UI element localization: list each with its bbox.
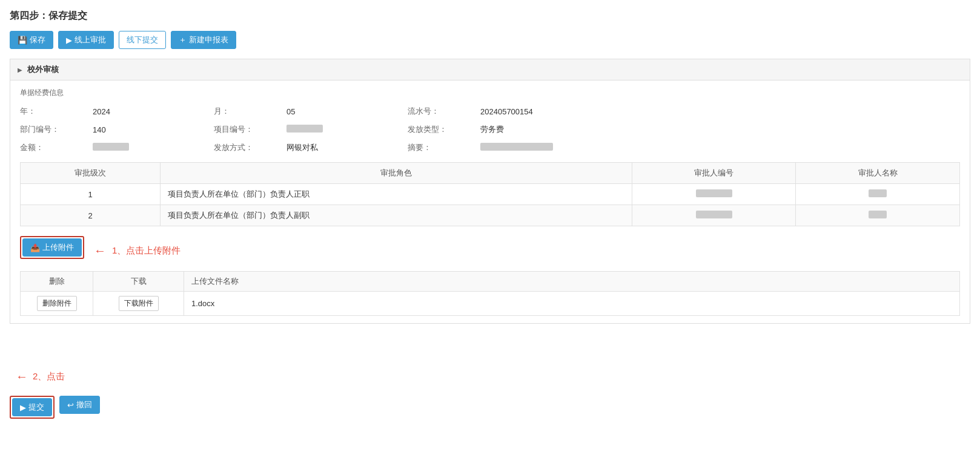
section-header[interactable]: ▶ 校外审核 <box>10 59 970 80</box>
new-icon: ＋ <box>179 34 187 45</box>
serial-key: 流水号： <box>408 104 480 119</box>
pay-method-key: 发放方式： <box>214 140 286 155</box>
upload-icon: 📤 <box>30 243 40 252</box>
delete-file-button[interactable]: 删除附件 <box>37 296 77 311</box>
pay-type-val: 劳务费 <box>480 122 632 137</box>
upload-hint: ← 1、点击上传附件 <box>94 244 180 258</box>
dept-key: 部门编号： <box>20 122 93 137</box>
amount-key: 金额： <box>20 140 93 155</box>
serial-val: 202405700154 <box>480 105 632 118</box>
upload-hint-text: 1、点击上传附件 <box>112 245 180 257</box>
new-form-button[interactable]: ＋ 新建申报表 <box>171 31 236 49</box>
download-cell: 下载附件 <box>93 292 184 316</box>
approve-icon: ▶ <box>66 36 72 45</box>
upload-section: 📤 上传附件 ← 1、点击上传附件 删除 下载 上传文 <box>20 236 960 316</box>
revoke-btn-wrapper: ↩ 撤回 <box>59 396 100 419</box>
delete-cell: 删除附件 <box>21 292 93 316</box>
col-header-approver-name: 审批人名称 <box>796 163 960 184</box>
approver-name-1 <box>796 184 960 205</box>
project-val <box>286 123 408 136</box>
submit-btn-wrapper: ▶ 提交 <box>10 396 55 419</box>
amount-val <box>93 141 214 154</box>
step2-arrow-icon: ← <box>16 370 28 384</box>
table-row: 2 项目负责人所在单位（部门）负责人副职 <box>21 205 960 226</box>
online-approve-button[interactable]: ▶ 线上审批 <box>58 31 114 49</box>
approve-table: 审批级次 审批角色 审批人编号 审批人名称 1 项目负责人所在单位（部门）负责人… <box>20 162 960 226</box>
level-1: 1 <box>21 184 161 205</box>
month-val: 05 <box>286 105 408 118</box>
file-row: 删除附件 下载附件 1.docx <box>21 292 960 316</box>
save-icon: 💾 <box>18 36 27 45</box>
filename-cell: 1.docx <box>184 292 960 316</box>
step2-hint: ← 2、点击 <box>16 370 65 384</box>
col-download: 下载 <box>93 272 184 292</box>
submit-icon: ▶ <box>20 403 26 412</box>
save-button[interactable]: 💾 保存 <box>10 31 53 49</box>
col-filename: 上传文件名称 <box>184 272 960 292</box>
year-val: 2024 <box>93 105 214 118</box>
year-key: 年： <box>20 104 93 119</box>
section-arrow-icon: ▶ <box>18 67 22 73</box>
pay-method-val: 网银对私 <box>286 140 408 155</box>
approver-id-2 <box>632 205 796 226</box>
approver-name-2 <box>796 205 960 226</box>
bottom-section: ← 2、点击 ▶ 提交 ↩ 撤回 <box>10 360 970 419</box>
level-2: 2 <box>21 205 161 226</box>
hint-arrow-icon: ← <box>94 244 106 258</box>
pay-type-key: 发放类型： <box>408 122 480 137</box>
col-header-role: 审批角色 <box>161 163 632 184</box>
submit-button[interactable]: ▶ 提交 <box>12 398 52 416</box>
project-key: 项目编号： <box>214 122 286 137</box>
page-title: 第四步：保存提交 <box>10 10 970 22</box>
step2-hint-text: 2、点击 <box>33 371 65 382</box>
download-file-button[interactable]: 下载附件 <box>119 296 159 311</box>
summary-key: 摘要： <box>408 140 480 155</box>
file-table: 删除 下载 上传文件名称 删除附件 下载附件 1.docx <box>20 271 960 316</box>
col-header-approver-id: 审批人编号 <box>632 163 796 184</box>
info-label: 单据经费信息 <box>20 88 960 98</box>
info-grid: 年： 2024 月： 05 流水号： 202405700154 部门编号： 14… <box>20 104 960 155</box>
approver-id-1 <box>632 184 796 205</box>
revoke-button[interactable]: ↩ 撤回 <box>59 396 100 414</box>
section-body: 单据经费信息 年： 2024 月： 05 流水号： 202405700154 部… <box>10 80 970 323</box>
section-title: 校外审核 <box>27 64 59 75</box>
col-delete: 删除 <box>21 272 93 292</box>
month-key: 月： <box>214 104 286 119</box>
upload-button[interactable]: 📤 上传附件 <box>22 238 82 257</box>
role-2: 项目负责人所在单位（部门）负责人副职 <box>161 205 632 226</box>
table-row: 1 项目负责人所在单位（部门）负责人正职 <box>21 184 960 205</box>
offline-submit-button[interactable]: 线下提交 <box>119 31 166 49</box>
bottom-toolbar: ▶ 提交 ↩ 撤回 <box>10 393 970 419</box>
upload-btn-wrapper: 📤 上传附件 <box>20 236 84 259</box>
revoke-icon: ↩ <box>67 401 74 410</box>
col-header-level: 审批级次 <box>21 163 161 184</box>
summary-val <box>480 141 632 154</box>
main-section-panel: ▶ 校外审核 单据经费信息 年： 2024 月： 05 流水号： 2024057… <box>10 59 970 324</box>
main-toolbar: 💾 保存 ▶ 线上审批 线下提交 ＋ 新建申报表 <box>10 31 970 49</box>
role-1: 项目负责人所在单位（部门）负责人正职 <box>161 184 632 205</box>
dept-val: 140 <box>93 123 214 136</box>
